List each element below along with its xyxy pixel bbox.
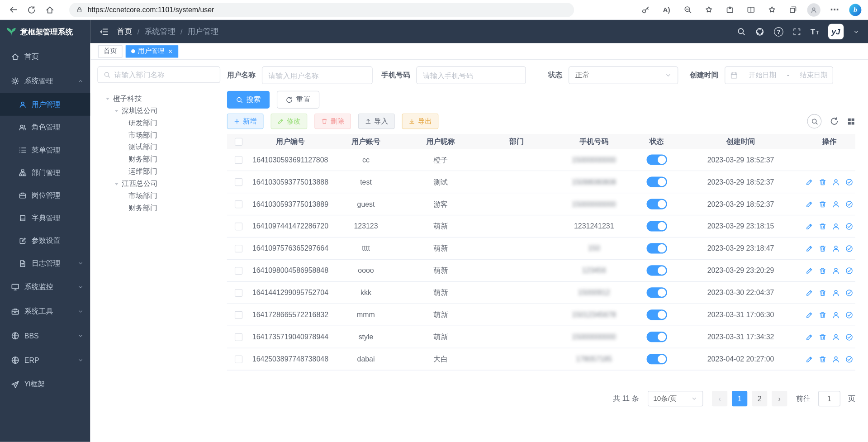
reset-password-icon[interactable] bbox=[832, 244, 840, 252]
sidebar-item-dict-mgmt[interactable]: 字典管理 bbox=[0, 207, 90, 229]
zoom-out-icon[interactable] bbox=[681, 3, 694, 16]
copilot-icon[interactable]: b bbox=[849, 4, 861, 16]
search-button[interactable]: 搜索 bbox=[227, 91, 270, 109]
row-checkbox[interactable] bbox=[235, 244, 242, 252]
row-checkbox[interactable] bbox=[235, 266, 242, 274]
prev-page-button[interactable]: ‹ bbox=[712, 391, 727, 406]
edit-icon[interactable] bbox=[806, 178, 813, 185]
profile-avatar[interactable] bbox=[807, 3, 820, 16]
row-checkbox[interactable] bbox=[235, 156, 242, 164]
status-toggle[interactable] bbox=[646, 287, 667, 298]
sidebar-item-menu-mgmt[interactable]: 菜单管理 bbox=[0, 138, 90, 161]
assign-role-icon[interactable] bbox=[845, 222, 853, 230]
sidebar-item-yi-framework[interactable]: Yi框架 bbox=[0, 372, 90, 396]
edit-icon[interactable] bbox=[806, 266, 813, 274]
row-checkbox[interactable] bbox=[235, 311, 242, 318]
delete-icon[interactable] bbox=[819, 178, 826, 185]
dept-tree-node[interactable]: 橙子科技 bbox=[97, 92, 220, 105]
caret-down-icon[interactable] bbox=[112, 181, 121, 187]
import-button[interactable]: 导入 bbox=[358, 114, 395, 129]
chevron-down-icon[interactable] bbox=[853, 29, 859, 34]
help-icon[interactable]: ? bbox=[774, 27, 783, 36]
assign-role-icon[interactable] bbox=[845, 266, 853, 274]
tab-user-mgmt[interactable]: 用户管理 × bbox=[126, 45, 178, 57]
favorites-bar-icon[interactable] bbox=[765, 3, 778, 16]
sidebar-item-user-mgmt[interactable]: 用户管理 bbox=[0, 93, 90, 116]
delete-icon[interactable] bbox=[819, 355, 826, 363]
sidebar-item-system-tools[interactable]: 系统工具 bbox=[0, 299, 90, 323]
sidebar-item-param-settings[interactable]: 参数设置 bbox=[0, 229, 90, 252]
status-toggle[interactable] bbox=[646, 354, 667, 364]
assign-role-icon[interactable] bbox=[845, 333, 853, 341]
status-toggle[interactable] bbox=[646, 265, 667, 276]
row-checkbox[interactable] bbox=[235, 355, 242, 363]
more-icon[interactable]: ⋯ bbox=[828, 3, 841, 16]
sidebar-item-system-mgmt[interactable]: 系统管理 bbox=[0, 69, 90, 93]
back-icon[interactable] bbox=[7, 3, 20, 16]
assign-role-icon[interactable] bbox=[845, 289, 853, 296]
phone-input[interactable] bbox=[416, 67, 526, 84]
assign-role-icon[interactable] bbox=[845, 311, 853, 318]
extensions-icon[interactable] bbox=[723, 3, 736, 16]
status-toggle[interactable] bbox=[646, 199, 667, 209]
reset-password-icon[interactable] bbox=[832, 266, 840, 274]
delete-icon[interactable] bbox=[819, 266, 826, 274]
select-all-checkbox[interactable] bbox=[235, 138, 242, 145]
edit-icon[interactable] bbox=[806, 355, 813, 363]
status-toggle[interactable] bbox=[646, 309, 667, 320]
sidebar-item-bbs[interactable]: BBS bbox=[0, 323, 90, 348]
breadcrumb-home[interactable]: 首页 bbox=[117, 27, 132, 37]
dept-tree-node[interactable]: 深圳总公司 bbox=[97, 105, 220, 117]
dept-tree-node[interactable]: 江西总公司 bbox=[97, 178, 220, 190]
dept-tree-node[interactable]: 财务部门 bbox=[97, 202, 220, 214]
page-button-2[interactable]: 2 bbox=[752, 391, 767, 406]
export-button[interactable]: 导出 bbox=[402, 114, 439, 129]
page-goto-input[interactable] bbox=[818, 391, 840, 406]
fullscreen-icon[interactable] bbox=[793, 28, 801, 36]
reset-password-icon[interactable] bbox=[832, 222, 840, 230]
assign-role-icon[interactable] bbox=[845, 178, 853, 185]
delete-icon[interactable] bbox=[819, 244, 826, 252]
dept-search-input[interactable] bbox=[114, 71, 214, 79]
assign-role-icon[interactable] bbox=[845, 355, 853, 363]
delete-icon[interactable] bbox=[819, 311, 826, 318]
github-icon[interactable] bbox=[755, 27, 764, 36]
url-text[interactable]: https://ccnetcore.com:1101/system/user bbox=[87, 5, 214, 14]
status-toggle[interactable] bbox=[646, 332, 667, 342]
reset-password-icon[interactable] bbox=[832, 355, 840, 363]
sidebar-item-post-mgmt[interactable]: 岗位管理 bbox=[0, 184, 90, 206]
read-aloud-icon[interactable]: A) bbox=[660, 3, 673, 16]
dept-search-box[interactable] bbox=[97, 67, 220, 83]
sidebar-item-system-monitor[interactable]: 系统监控 bbox=[0, 275, 90, 299]
row-checkbox[interactable] bbox=[235, 200, 242, 208]
status-toggle[interactable] bbox=[646, 154, 667, 165]
sidebar-item-role-mgmt[interactable]: 角色管理 bbox=[0, 116, 90, 138]
sidebar-item-erp[interactable]: ERP bbox=[0, 348, 90, 372]
status-select[interactable]: 正常 bbox=[569, 67, 678, 84]
key-icon[interactable] bbox=[639, 3, 652, 16]
add-button[interactable]: 新增 bbox=[227, 114, 264, 129]
tab-home[interactable]: 首页 bbox=[98, 45, 123, 57]
home-icon[interactable] bbox=[43, 3, 56, 16]
status-toggle[interactable] bbox=[646, 221, 667, 231]
sidebar-item-log-mgmt[interactable]: 日志管理 bbox=[0, 252, 90, 275]
assign-role-icon[interactable] bbox=[845, 244, 853, 252]
page-size-select[interactable]: 10条/页 bbox=[648, 391, 703, 406]
user-avatar[interactable]: yJ bbox=[828, 24, 844, 39]
dept-tree-node[interactable]: 运维部门 bbox=[97, 166, 220, 178]
assign-role-icon[interactable] bbox=[845, 200, 853, 208]
column-settings-button[interactable] bbox=[847, 117, 855, 125]
edit-button[interactable]: 修改 bbox=[270, 114, 307, 129]
address-bar[interactable]: https://ccnetcore.com:1101/system/user bbox=[69, 3, 574, 17]
date-range-picker[interactable]: 开始日期 - 结束日期 bbox=[725, 67, 833, 84]
search-icon[interactable] bbox=[737, 27, 746, 36]
dept-tree-node[interactable]: 财务部门 bbox=[97, 153, 220, 166]
collections-icon[interactable] bbox=[786, 3, 799, 16]
edit-icon[interactable] bbox=[806, 333, 813, 341]
page-button-1[interactable]: 1 bbox=[732, 391, 747, 406]
row-checkbox[interactable] bbox=[235, 178, 242, 185]
edit-icon[interactable] bbox=[806, 289, 813, 296]
dept-tree-node[interactable]: 研发部门 bbox=[97, 117, 220, 129]
username-input[interactable] bbox=[262, 67, 373, 84]
edit-icon[interactable] bbox=[806, 222, 813, 230]
